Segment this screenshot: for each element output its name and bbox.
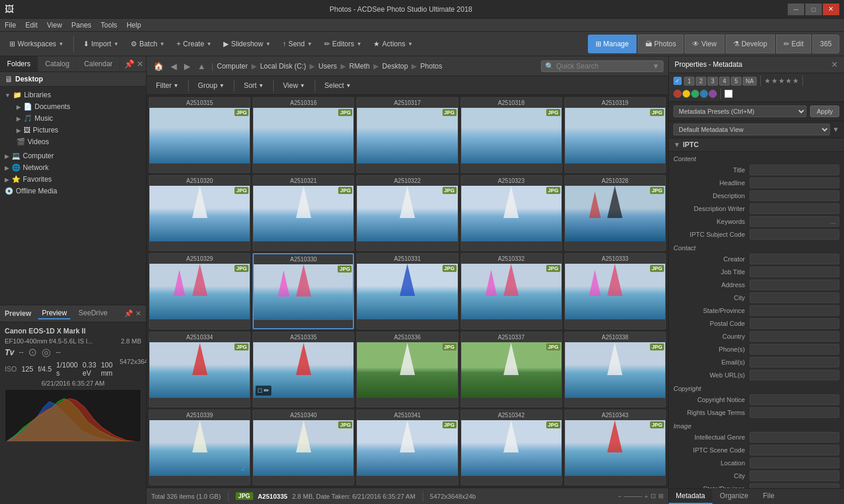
photo-cell-A2510319[interactable]: A2510319 JPG (564, 97, 666, 173)
rating-1-btn[interactable]: 1 (684, 77, 695, 86)
panel-close-icon[interactable]: ✕ (831, 60, 838, 69)
web-url-value[interactable] (750, 370, 839, 380)
metadata-check-box[interactable] (673, 77, 682, 85)
sidebar-tab-calendar[interactable]: Calendar (77, 56, 120, 71)
mode-develop-button[interactable]: ⚗ Develop (726, 35, 775, 53)
send-button[interactable]: ↑ Send ▼ (278, 35, 317, 53)
photo-cell-A2510343[interactable]: A2510343 JPG (564, 410, 666, 485)
description-writer-value[interactable] (750, 203, 839, 214)
zoom-slider[interactable]: ──── (624, 493, 642, 500)
rights-usage-value[interactable] (750, 407, 839, 418)
photo-cell-A2510329[interactable]: A2510329 JPG (149, 253, 250, 330)
sidebar-item-libraries[interactable]: ▼ 📁 Libraries (0, 89, 146, 101)
view-dropdown-icon[interactable]: ▼ (832, 125, 839, 134)
location-value[interactable] (750, 458, 839, 468)
color-swatch-icon[interactable] (724, 90, 733, 98)
photo-cell-A2510320[interactable]: A2510320 JPG (149, 175, 250, 251)
group-button[interactable]: Group ▼ (193, 80, 229, 91)
photo-cell-A2510322[interactable]: A2510322 JPG (356, 175, 458, 251)
star-5-icon[interactable]: ★ (792, 77, 799, 85)
forward-button[interactable]: ▶ (182, 60, 193, 72)
rating-3-btn[interactable]: 3 (707, 77, 718, 86)
path-local-disk[interactable]: Local Disk (C:) (260, 62, 307, 70)
desktop-label[interactable]: Desktop (15, 75, 43, 83)
title-value[interactable] (750, 165, 839, 175)
search-dropdown-icon[interactable]: ▼ (652, 62, 659, 70)
select-button[interactable]: Select ▼ (320, 80, 356, 91)
sidebar-close-icon[interactable]: ✕ (137, 59, 144, 69)
apply-button[interactable]: Apply (810, 105, 839, 117)
sidebar-item-music[interactable]: ▶ 🎵 Music (0, 113, 146, 124)
minimize-btn[interactable]: ─ (788, 4, 804, 15)
iptc-section-header[interactable]: ▼ IPTC (669, 138, 844, 152)
editors-button[interactable]: ✏ Editors ▼ (319, 35, 366, 53)
state-value[interactable] (750, 305, 839, 316)
photo-cell-A2510338[interactable]: A2510338 JPG (564, 332, 666, 407)
path-photos[interactable]: Photos (420, 62, 442, 70)
mode-manage-button[interactable]: ⊞ Manage (588, 35, 637, 53)
back-button[interactable]: ◀ (168, 60, 179, 72)
menu-help[interactable]: Help (127, 21, 141, 29)
mode-365-button[interactable]: 365 (812, 35, 839, 53)
sidebar-item-computer[interactable]: ▶ 💻 Computer (0, 150, 146, 162)
photo-cell-A2510321[interactable]: A2510321 JPG (253, 175, 354, 251)
city-value[interactable] (750, 292, 839, 303)
create-button[interactable]: + Create ▼ (172, 35, 216, 53)
sidebar-item-network[interactable]: ▶ 🌐 Network (0, 162, 146, 173)
import-button[interactable]: ⬇ Import ▼ (79, 35, 124, 53)
path-rmeth[interactable]: RMeth (349, 62, 370, 70)
metadata-tab-metadata[interactable]: Metadata (669, 489, 713, 504)
photo-cell-A2510316[interactable]: A2510316 JPG (253, 97, 354, 173)
preview-tab-preview[interactable]: Preview (38, 308, 70, 319)
photo-cell-A2510315[interactable]: A2510315 JPG (149, 97, 250, 173)
photo-cell-A2510339[interactable]: A2510339 ✓ (149, 410, 250, 485)
sidebar-tab-folders[interactable]: Folders (0, 56, 38, 71)
path-users[interactable]: Users (318, 62, 336, 70)
path-computer[interactable]: Computer (217, 62, 248, 70)
sidebar-item-pictures[interactable]: ▶ 🖼 Pictures (0, 124, 146, 136)
photo-cell-A2510336[interactable]: A2510336 JPG (356, 332, 458, 407)
keywords-expand-btn[interactable]: … (829, 217, 836, 226)
mode-photos-button[interactable]: 🏔 Photos (638, 35, 684, 53)
view-button[interactable]: View ▼ (278, 80, 310, 91)
filter-button[interactable]: Filter ▼ (151, 80, 183, 91)
maximize-btn[interactable]: □ (805, 4, 822, 15)
zoom-in-icon[interactable]: + (645, 493, 648, 500)
keywords-value[interactable]: … (750, 216, 839, 227)
color-blue-dot[interactable] (700, 90, 708, 98)
photo-cell-A2510331[interactable]: A2510331 JPG (356, 253, 458, 330)
sidebar-item-offline-media[interactable]: 💿 Offline Media (0, 185, 146, 197)
mode-view-button[interactable]: 👁 View (685, 35, 724, 53)
menu-edit[interactable]: Edit (25, 21, 38, 29)
sidebar-pin-icon[interactable]: 📌 (124, 59, 134, 69)
rating-NA-btn[interactable]: NA (743, 77, 757, 86)
sidebar-item-favorites[interactable]: ▶ ⭐ Favorites (0, 173, 146, 185)
photo-cell-A2510323[interactable]: A2510323 JPG (461, 175, 562, 251)
sort-button[interactable]: Sort ▼ (239, 80, 268, 91)
iptc-scene-value[interactable] (750, 445, 839, 455)
photo-cell-A2510330[interactable]: A2510330 JPG (253, 253, 354, 330)
zoom-out-icon[interactable]: − (618, 493, 621, 500)
copyright-notice-value[interactable] (750, 394, 839, 405)
fit-icon[interactable]: ⊡ (651, 492, 656, 500)
search-input[interactable] (556, 62, 650, 70)
country-value[interactable] (750, 331, 839, 342)
mode-edit-button[interactable]: ✏ Edit (776, 35, 811, 53)
batch-button[interactable]: ⚙ Batch ▼ (126, 35, 170, 53)
close-btn[interactable]: ✕ (823, 4, 839, 15)
sidebar-item-documents[interactable]: ▶ 📄 Documents (0, 101, 146, 113)
grid-view-icon[interactable]: ⊞ (658, 492, 663, 500)
rating-2-btn[interactable]: 2 (696, 77, 706, 86)
headline-value[interactable] (750, 178, 839, 188)
actions-button[interactable]: ★ Actions ▼ (369, 35, 417, 53)
image-city-value[interactable] (750, 471, 839, 481)
photo-cell-A2510340[interactable]: A2510340 JPG (253, 410, 354, 485)
photo-cell-A2510341[interactable]: A2510341 JPG (356, 410, 458, 485)
photo-cell-A2510334[interactable]: A2510334 JPG (149, 332, 250, 407)
photo-cell-A2510332[interactable]: A2510332 JPG (461, 253, 562, 330)
sidebar-tab-catalog[interactable]: Catalog (38, 56, 77, 71)
photo-cell-A2510342[interactable]: A2510342 JPG (461, 410, 562, 485)
address-value[interactable] (750, 280, 839, 290)
phone-value[interactable] (750, 344, 839, 355)
star-1-icon[interactable]: ★ (764, 77, 771, 85)
